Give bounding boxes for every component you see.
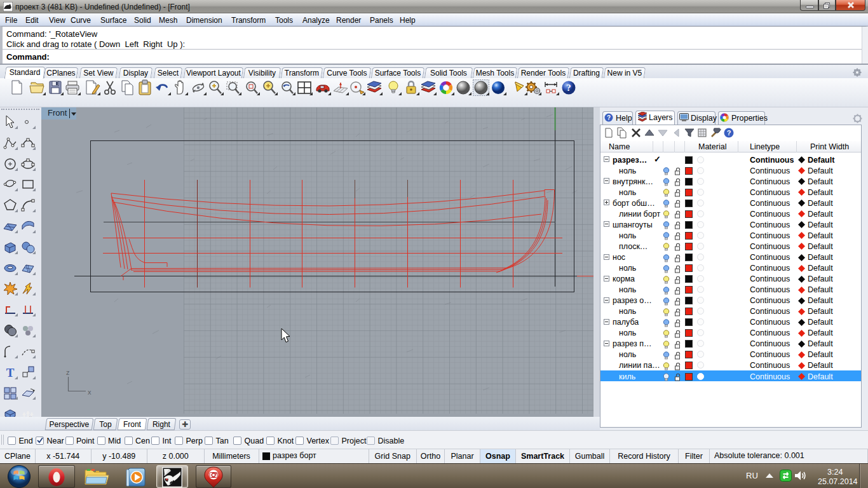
svg-text:?: ? [727, 129, 731, 137]
svg-text:?: ? [607, 114, 611, 121]
svg-text:T: T [6, 366, 15, 379]
svg-text:?: ? [566, 83, 571, 93]
svg-text:z: z [66, 369, 70, 376]
svg-text:x: x [88, 388, 92, 396]
